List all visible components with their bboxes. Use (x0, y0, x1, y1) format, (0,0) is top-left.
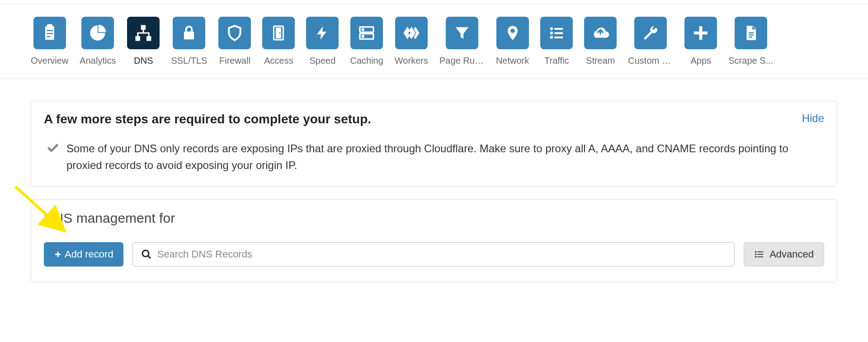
nav-item-caching[interactable]: Caching (350, 17, 383, 66)
svg-rect-9 (184, 32, 194, 39)
bolt-icon (306, 17, 339, 49)
svg-point-33 (142, 250, 149, 257)
svg-rect-23 (555, 37, 563, 38)
svg-point-35 (755, 251, 757, 253)
clipboard-icon (33, 17, 66, 49)
filter-icon (446, 17, 478, 49)
pin-icon (496, 17, 529, 49)
nav-item-workers[interactable]: Workers (395, 17, 428, 66)
nav-label: Custom P... (628, 56, 673, 66)
nav-label: Analytics (80, 56, 116, 66)
svg-rect-26 (749, 32, 754, 33)
pie-icon (81, 17, 114, 49)
plus-icon (684, 17, 717, 49)
notice-title: A few more steps are required to complet… (44, 112, 371, 126)
nav-item-network[interactable]: Network (496, 17, 529, 66)
nav-item-access[interactable]: Access (262, 17, 295, 66)
nav-item-apps[interactable]: Apps (684, 17, 717, 66)
svg-point-18 (550, 27, 553, 30)
svg-line-34 (148, 256, 151, 258)
list-icon (754, 249, 764, 259)
hide-link[interactable]: Hide (802, 112, 824, 125)
nav-label: DNS (134, 56, 153, 66)
nav-item-firewall[interactable]: Firewall (218, 17, 251, 66)
nav-item-speed[interactable]: Speed (306, 17, 339, 66)
add-record-button[interactable]: Add record (44, 242, 123, 267)
svg-rect-27 (749, 34, 754, 35)
advanced-label: Advanced (769, 248, 814, 260)
nav-item-custom-p-[interactable]: Custom P... (628, 17, 673, 66)
shield-icon (218, 17, 251, 49)
workers-icon (395, 17, 428, 49)
svg-rect-6 (141, 25, 146, 30)
content-area: A few more steps are required to complet… (0, 79, 868, 282)
svg-point-22 (550, 36, 553, 38)
svg-rect-28 (749, 37, 752, 37)
top-nav: OverviewAnalyticsDNSSSL/TLSFirewallAcces… (0, 4, 868, 79)
nav-item-ssl-tls[interactable]: SSL/TLS (171, 17, 207, 66)
svg-rect-36 (757, 252, 763, 253)
svg-rect-38 (757, 254, 763, 255)
list-icon (540, 17, 573, 49)
nav-label: Caching (350, 56, 383, 66)
nav-item-traffic[interactable]: Traffic (540, 17, 573, 66)
nav-label: Overview (31, 56, 68, 66)
wrench-icon (634, 17, 667, 49)
svg-point-20 (550, 32, 553, 34)
svg-rect-8 (146, 36, 151, 41)
advanced-button[interactable]: Advanced (744, 242, 824, 267)
nav-label: Access (264, 56, 293, 66)
nav-label: Speed (310, 56, 336, 66)
svg-rect-40 (757, 257, 763, 258)
doc-icon (735, 17, 767, 49)
nav-item-stream[interactable]: Stream (584, 17, 617, 66)
nav-item-scrape-s-[interactable]: Scrape S... (728, 17, 773, 66)
plus-icon (54, 250, 62, 258)
nav-item-analytics[interactable]: Analytics (80, 17, 116, 66)
svg-rect-7 (136, 36, 141, 41)
svg-point-15 (362, 29, 363, 30)
nav-label: Network (496, 56, 529, 66)
lock-icon (173, 17, 205, 49)
nav-label: Firewall (219, 56, 250, 66)
svg-point-12 (279, 33, 281, 34)
dns-title: DNS management for (44, 211, 824, 226)
svg-rect-19 (555, 28, 563, 30)
dns-management-card: DNS management for Add record Advanced (31, 199, 837, 282)
svg-rect-2 (47, 25, 52, 28)
search-input[interactable] (157, 248, 726, 260)
setup-notice-card: A few more steps are required to complet… (31, 101, 837, 187)
nav-item-page-rules[interactable]: Page Rules (439, 17, 485, 66)
door-icon (262, 17, 295, 49)
drive-icon (350, 17, 383, 49)
nav-label: Workers (395, 56, 428, 66)
nav-item-overview[interactable]: Overview (31, 17, 68, 66)
svg-point-17 (510, 29, 515, 33)
svg-point-37 (755, 254, 757, 256)
nav-label: Page Rules (439, 56, 485, 66)
search-icon (141, 249, 152, 260)
nav-label: SSL/TLS (171, 56, 207, 66)
svg-rect-5 (47, 36, 50, 37)
svg-rect-4 (47, 33, 52, 34)
add-record-label: Add record (65, 248, 113, 260)
nav-label: Stream (586, 56, 615, 66)
nav-item-dns[interactable]: DNS (127, 17, 160, 66)
notice-body-text: Some of your DNS only records are exposi… (66, 140, 821, 173)
tree-icon (127, 17, 160, 49)
check-icon (47, 142, 59, 173)
nav-label: Apps (690, 56, 711, 66)
nav-label: Traffic (544, 56, 569, 66)
svg-point-16 (362, 36, 363, 37)
svg-rect-3 (47, 30, 52, 31)
svg-rect-21 (555, 32, 563, 34)
svg-point-39 (755, 256, 757, 258)
nav-label: Scrape S... (728, 56, 773, 66)
search-field-wrap[interactable] (132, 242, 735, 267)
cloud-icon (584, 17, 617, 49)
